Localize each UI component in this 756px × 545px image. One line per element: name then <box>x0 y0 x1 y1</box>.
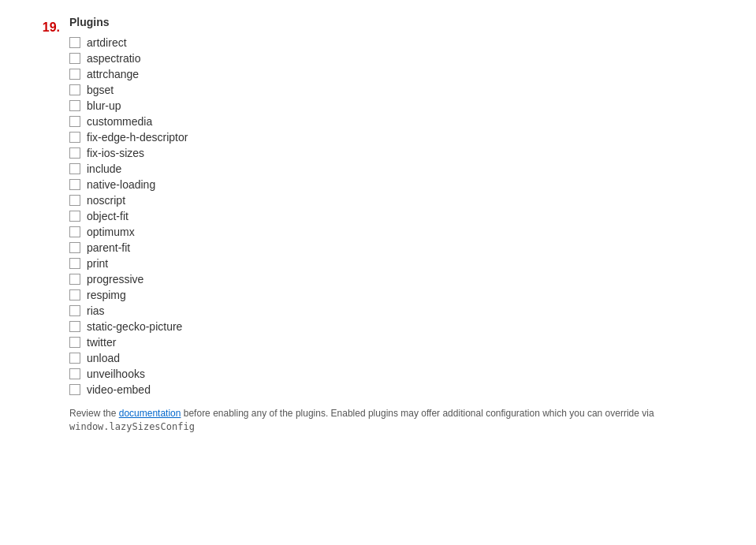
plugin-checkbox-include[interactable] <box>69 163 80 174</box>
plugin-checkbox-twitter[interactable] <box>69 337 80 348</box>
plugin-label-native-loading[interactable]: native-loading <box>87 178 155 191</box>
plugin-checkbox-native-loading[interactable] <box>69 179 80 190</box>
plugin-checkbox-video-embed[interactable] <box>69 384 80 395</box>
plugin-checkbox-fix-ios-sizes[interactable] <box>69 147 80 159</box>
plugin-label-unveilhooks[interactable]: unveilhooks <box>87 368 145 380</box>
plugin-label-static-gecko-picture[interactable]: static-gecko-picture <box>87 320 182 333</box>
plugin-checkbox-object-fit[interactable] <box>69 211 80 222</box>
list-item: artdirect <box>69 36 756 49</box>
plugin-label-progressive[interactable]: progressive <box>87 273 143 286</box>
list-item: bgset <box>69 84 756 96</box>
plugin-label-aspectratio[interactable]: aspectratio <box>87 52 140 65</box>
plugin-label-parent-fit[interactable]: parent-fit <box>87 241 130 254</box>
list-item: fix-edge-h-descriptor <box>69 131 756 144</box>
list-item: noscript <box>69 194 756 207</box>
section-number: 19. <box>0 16 69 529</box>
plugin-checkbox-static-gecko-picture[interactable] <box>69 321 80 332</box>
plugin-checkbox-unload[interactable] <box>69 353 80 364</box>
config-code: window.lazySizesConfig <box>69 421 195 432</box>
plugin-checkbox-artdirect[interactable] <box>69 37 80 48</box>
footer-note: Review the documentation before enabling… <box>69 407 756 434</box>
list-item: unload <box>69 352 756 364</box>
plugin-label-respimg[interactable]: respimg <box>87 289 126 301</box>
plugin-checkbox-bgset[interactable] <box>69 84 80 95</box>
plugin-label-blur-up[interactable]: blur-up <box>87 99 121 112</box>
plugin-list: artdirectaspectratioattrchangebgsetblur-… <box>69 36 756 396</box>
list-item: static-gecko-picture <box>69 320 756 333</box>
list-item: blur-up <box>69 99 756 112</box>
documentation-link[interactable]: documentation <box>119 408 181 419</box>
plugin-checkbox-progressive[interactable] <box>69 274 80 285</box>
list-item: rias <box>69 304 756 317</box>
plugin-label-optimumx[interactable]: optimumx <box>87 226 135 238</box>
plugin-checkbox-optimumx[interactable] <box>69 226 80 237</box>
plugin-checkbox-blur-up[interactable] <box>69 100 80 111</box>
plugin-label-print[interactable]: print <box>87 257 108 270</box>
plugin-label-object-fit[interactable]: object-fit <box>87 210 128 222</box>
plugin-checkbox-parent-fit[interactable] <box>69 242 80 253</box>
list-item: native-loading <box>69 178 756 191</box>
plugin-label-rias[interactable]: rias <box>87 304 105 317</box>
plugin-label-unload[interactable]: unload <box>87 352 120 364</box>
list-item: custommedia <box>69 115 756 128</box>
plugin-checkbox-noscript[interactable] <box>69 195 80 206</box>
section-title: Plugins <box>69 16 756 28</box>
list-item: attrchange <box>69 68 756 80</box>
list-item: twitter <box>69 336 756 349</box>
list-item: parent-fit <box>69 241 756 254</box>
plugin-label-bgset[interactable]: bgset <box>87 84 114 96</box>
list-item: aspectratio <box>69 52 756 65</box>
list-item: optimumx <box>69 226 756 238</box>
plugin-label-fix-ios-sizes[interactable]: fix-ios-sizes <box>87 147 144 159</box>
plugin-checkbox-rias[interactable] <box>69 305 80 316</box>
plugin-checkbox-attrchange[interactable] <box>69 69 80 80</box>
section-content: Plugins artdirectaspectratioattrchangebg… <box>69 16 756 529</box>
plugin-label-twitter[interactable]: twitter <box>87 336 116 349</box>
plugin-label-fix-edge-h-descriptor[interactable]: fix-edge-h-descriptor <box>87 131 188 144</box>
plugin-checkbox-respimg[interactable] <box>69 289 80 300</box>
plugin-label-custommedia[interactable]: custommedia <box>87 115 152 128</box>
plugin-checkbox-fix-edge-h-descriptor[interactable] <box>69 132 80 143</box>
plugin-checkbox-custommedia[interactable] <box>69 116 80 127</box>
list-item: progressive <box>69 273 756 286</box>
plugin-checkbox-print[interactable] <box>69 258 80 269</box>
plugin-label-video-embed[interactable]: video-embed <box>87 383 151 396</box>
plugin-label-noscript[interactable]: noscript <box>87 194 125 207</box>
list-item: include <box>69 162 756 175</box>
list-item: unveilhooks <box>69 368 756 380</box>
list-item: respimg <box>69 289 756 301</box>
list-item: video-embed <box>69 383 756 396</box>
plugin-checkbox-aspectratio[interactable] <box>69 53 80 64</box>
plugin-label-attrchange[interactable]: attrchange <box>87 68 139 80</box>
plugin-checkbox-unveilhooks[interactable] <box>69 368 80 379</box>
list-item: print <box>69 257 756 270</box>
list-item: fix-ios-sizes <box>69 147 756 159</box>
plugin-label-artdirect[interactable]: artdirect <box>87 36 127 49</box>
plugin-label-include[interactable]: include <box>87 162 121 175</box>
list-item: object-fit <box>69 210 756 222</box>
